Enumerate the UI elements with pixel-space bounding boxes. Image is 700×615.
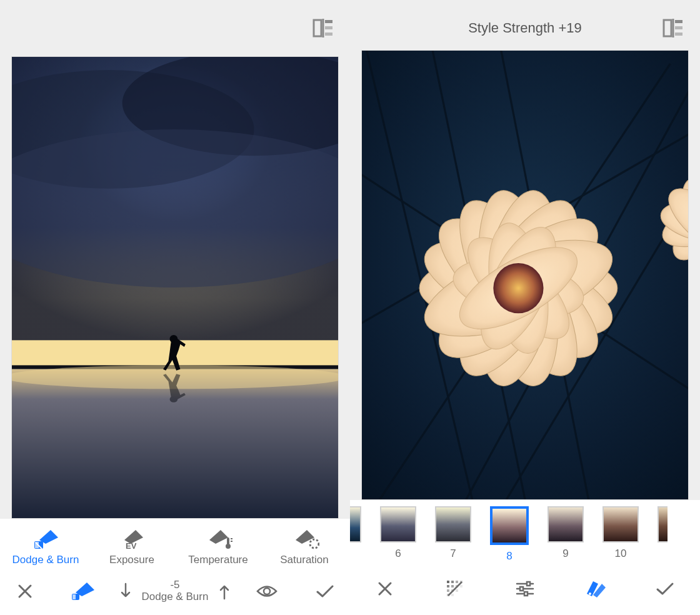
- svg-rect-0: [314, 20, 321, 36]
- cancel-button[interactable]: [2, 574, 48, 609]
- svg-rect-70: [527, 582, 530, 586]
- check-icon: [656, 581, 674, 596]
- svg-point-75: [589, 592, 591, 595]
- brush-strength-readout: -5 Dodge & Burn: [142, 579, 209, 602]
- tool-label: Temperature: [188, 554, 248, 566]
- style-thumb-10[interactable]: [602, 506, 639, 542]
- svg-rect-16: [35, 542, 39, 548]
- svg-rect-55: [447, 581, 449, 583]
- svg-rect-28: [675, 20, 682, 23]
- style-thumb-7[interactable]: [435, 506, 471, 542]
- left-photo[interactable]: [11, 56, 339, 519]
- brush-strength-value: -5: [170, 579, 179, 591]
- style-thumb-6[interactable]: [380, 506, 416, 542]
- svg-rect-74: [524, 592, 528, 596]
- cancel-button[interactable]: [362, 571, 408, 606]
- svg-point-19: [226, 544, 231, 549]
- svg-point-22: [310, 539, 319, 548]
- svg-text:EV: EV: [126, 541, 137, 550]
- right-bottom-panel: 6 7 8 9 10: [350, 500, 700, 615]
- tool-dodge-burn[interactable]: Dodge & Burn: [5, 526, 86, 566]
- style-thumb-label: 8: [506, 550, 512, 562]
- left-canvas-area: [0, 0, 350, 519]
- svg-rect-65: [456, 589, 458, 592]
- brush-strength-tool-label: Dodge & Burn: [142, 591, 209, 603]
- compare-icon[interactable]: [662, 19, 684, 38]
- sliders-icon: [516, 581, 534, 597]
- arrow-down-icon: [119, 582, 132, 600]
- brush-saturation-icon: [289, 526, 319, 550]
- parameter-value: +19: [558, 20, 581, 36]
- tool-label: Exposure: [109, 554, 154, 566]
- tool-label: Saturation: [280, 554, 329, 566]
- tool-exposure[interactable]: EV Exposure: [91, 526, 172, 566]
- brush-exposure-icon: EV: [118, 526, 146, 550]
- right-screen: Style Strength +19: [350, 0, 700, 615]
- style-thumb-partial[interactable]: [350, 506, 361, 542]
- svg-rect-62: [460, 585, 462, 588]
- check-icon: [316, 584, 334, 599]
- svg-line-68: [448, 582, 462, 596]
- styles-button[interactable]: [572, 571, 618, 606]
- svg-rect-30: [675, 32, 682, 36]
- mask-button[interactable]: [432, 571, 478, 606]
- style-thumb-label: 7: [450, 548, 456, 560]
- left-screen: Dodge & Burn EV Exposure: [0, 0, 350, 615]
- svg-point-25: [264, 588, 270, 594]
- svg-rect-60: [451, 585, 454, 588]
- style-thumb-partial[interactable]: [658, 506, 668, 542]
- compare-icon[interactable]: [312, 19, 334, 38]
- brush-tools-row: Dodge & Burn EV Exposure: [0, 519, 350, 571]
- right-action-row: [350, 565, 700, 615]
- apply-button[interactable]: [642, 571, 688, 606]
- grid-fade-icon: [446, 579, 464, 598]
- left-action-row: -5 Dodge & Burn: [0, 571, 350, 615]
- svg-point-9: [11, 129, 339, 288]
- right-canvas-area: [350, 0, 700, 500]
- svg-rect-29: [675, 26, 682, 29]
- left-bottom-panel: Dodge & Burn EV Exposure: [0, 519, 350, 615]
- svg-rect-57: [456, 581, 458, 583]
- parameter-readout: Style Strength +19: [350, 20, 700, 36]
- svg-rect-67: [451, 594, 454, 596]
- style-thumb-label: 9: [562, 548, 568, 560]
- svg-rect-72: [520, 587, 523, 591]
- brush-tool-indicator-icon[interactable]: [61, 574, 106, 609]
- right-topbar: Style Strength +19: [350, 0, 700, 56]
- arrow-up-icon: [218, 582, 231, 600]
- apply-button[interactable]: [302, 574, 348, 609]
- adjust-button[interactable]: [502, 571, 548, 606]
- svg-rect-2: [325, 20, 332, 23]
- svg-rect-56: [451, 581, 454, 583]
- visibility-button[interactable]: [244, 574, 289, 609]
- svg-rect-59: [447, 585, 449, 588]
- svg-rect-3: [325, 26, 332, 29]
- brush-dodge-burn-icon: [32, 526, 59, 550]
- svg-rect-26: [664, 20, 671, 36]
- svg-rect-63: [447, 589, 449, 592]
- style-thumb-8[interactable]: [490, 506, 529, 545]
- style-thumb-label: 10: [615, 548, 627, 560]
- swatches-icon: [584, 580, 606, 598]
- brush-temperature-icon: [203, 526, 233, 550]
- style-thumb-9[interactable]: [548, 506, 584, 542]
- right-photo[interactable]: [361, 50, 689, 500]
- svg-rect-24: [72, 594, 76, 599]
- style-thumbnails-row[interactable]: 6 7 8 9 10: [350, 500, 700, 565]
- parameter-label: Style Strength: [468, 20, 554, 36]
- left-topbar: [0, 0, 350, 56]
- tool-label: Dodge & Burn: [12, 554, 79, 566]
- brush-strength-control[interactable]: -5 Dodge & Burn: [119, 579, 231, 602]
- eye-icon: [256, 584, 278, 598]
- svg-point-54: [493, 263, 543, 313]
- svg-rect-4: [325, 32, 332, 36]
- tool-temperature[interactable]: Temperature: [178, 526, 259, 566]
- tool-saturation[interactable]: Saturation: [264, 526, 345, 566]
- style-thumb-label: 6: [395, 548, 401, 560]
